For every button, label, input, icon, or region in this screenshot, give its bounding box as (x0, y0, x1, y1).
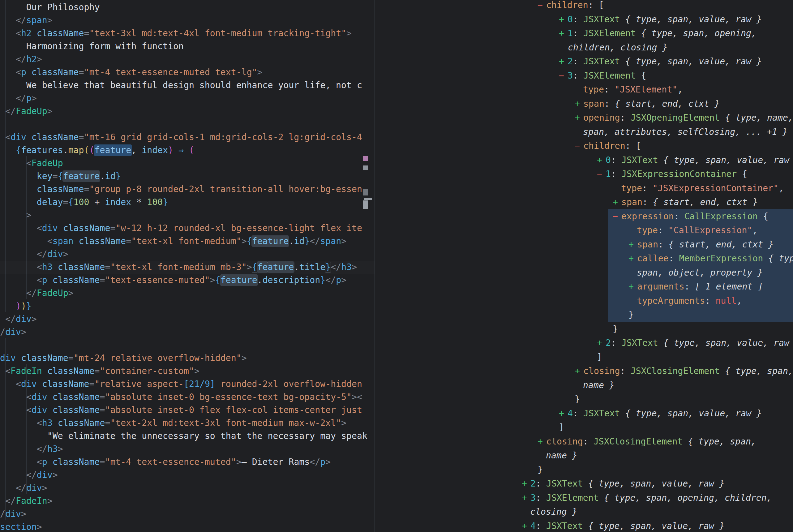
ast-row[interactable]: name } (546, 449, 793, 463)
ast-row[interactable]: −1: JSXExpressionContainer { (597, 167, 793, 181)
ast-row[interactable]: } (628, 308, 793, 322)
ast-row[interactable]: −expression: CallExpression { (613, 209, 793, 224)
ast-row[interactable]: } (538, 463, 793, 477)
ast-row[interactable]: type: "CallExpression", (637, 223, 793, 238)
ast-row[interactable]: type: "JSXElement", (583, 82, 793, 97)
ast-row[interactable]: −children: [ (538, 0, 793, 12)
ast-row[interactable]: closing } (530, 505, 793, 519)
ast-row[interactable]: +0: JSXText { type, span, value, raw } (597, 153, 793, 167)
ast-row[interactable]: span, object, property } (637, 266, 793, 280)
ast-rows: −children: [+0: JSXText { type, span, va… (0, 0, 793, 532)
ast-row[interactable]: +closing: JSXClosingElement { type, span… (575, 364, 793, 378)
ast-row[interactable]: +span: { start, end, ctxt } (613, 195, 793, 209)
ast-row[interactable]: typeArguments: null, (637, 294, 793, 308)
ast-row[interactable]: −children: [ (575, 139, 793, 153)
ast-row[interactable]: +opening: JSXOpeningElement { type, name… (575, 111, 793, 125)
ast-row[interactable]: +callee: MemberExpression { type, (628, 251, 793, 266)
ast-row[interactable]: +closing: JSXClosingElement { type, span… (538, 435, 793, 449)
ast-row[interactable]: +2: JSXText { type, span, value, raw } (597, 336, 793, 350)
ast-row[interactable]: type: "JSXExpressionContainer", (621, 181, 793, 195)
ast-row[interactable]: children, closing } (568, 40, 793, 55)
ast-row[interactable]: +span: { start, end, ctxt } (575, 97, 793, 111)
ast-row[interactable]: } (613, 322, 793, 336)
ast-row[interactable]: +0: JSXText { type, span, value, raw } (559, 12, 793, 26)
ast-row[interactable]: span, attributes, selfClosing, ... +1 } (583, 125, 793, 139)
ast-row[interactable]: +arguments: [ 1 element ] (628, 280, 793, 294)
ast-row[interactable]: } (575, 392, 793, 406)
syntax-tree-panel[interactable]: −children: [+0: JSXText { type, span, va… (0, 0, 793, 532)
ast-row[interactable]: +3: JSXElement { type, span, opening, ch… (522, 491, 793, 505)
ast-row[interactable]: ] (559, 420, 793, 435)
ast-row[interactable]: +2: JSXText { type, span, value, raw } (522, 477, 793, 491)
ast-row[interactable]: +span: { start, end, ctxt } (628, 238, 793, 252)
ast-row[interactable]: ] (597, 350, 793, 364)
ast-row[interactable]: +4: JSXText { type, span, value, raw } (559, 406, 793, 421)
editor-window: Our Philosophy </span> <h2 className="te… (0, 0, 793, 532)
ast-row[interactable]: name } (583, 378, 793, 393)
ast-row[interactable]: +4: JSXText { type, span, value, raw } (522, 519, 793, 532)
ast-row[interactable]: −3: JSXElement { (559, 69, 793, 83)
ast-row[interactable]: +1: JSXElement { type, span, opening, (559, 26, 793, 40)
ast-row[interactable]: +2: JSXText { type, span, value, raw } (559, 54, 793, 69)
